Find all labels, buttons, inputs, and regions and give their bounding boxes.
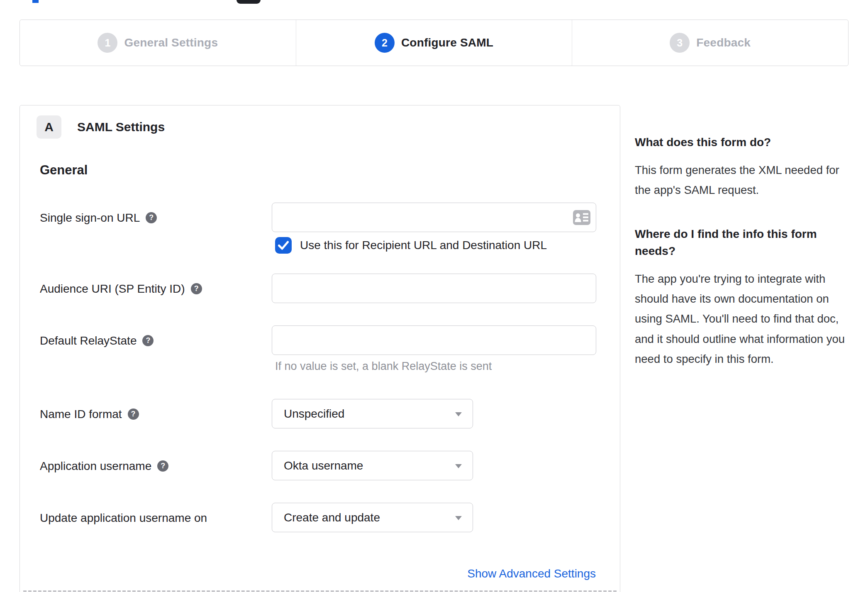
default-relaystate-label-group: Default RelayState ? bbox=[40, 325, 272, 348]
field-row-name-id-format: Name ID format ? Unspecified bbox=[40, 399, 603, 428]
show-advanced-settings-link[interactable]: Show Advanced Settings bbox=[467, 567, 596, 580]
relaystate-hint-text: If no value is set, a blank RelayState i… bbox=[275, 360, 603, 373]
audience-uri-label-group: Audience URI (SP Entity ID) ? bbox=[40, 274, 272, 296]
field-row-sso-url: Single sign-on URL ? bbox=[40, 203, 603, 232]
contact-card-icon bbox=[573, 210, 590, 225]
panel-header: A SAML Settings bbox=[37, 115, 603, 139]
sso-url-help-icon[interactable]: ? bbox=[146, 212, 157, 223]
dashed-section-separator bbox=[23, 590, 617, 592]
step-3-label: Feedback bbox=[696, 36, 751, 49]
default-relaystate-label: Default RelayState bbox=[40, 334, 137, 348]
sso-url-label: Single sign-on URL bbox=[40, 211, 140, 225]
update-app-username-select[interactable]: Create and update bbox=[272, 503, 473, 532]
sso-url-label-group: Single sign-on URL ? bbox=[40, 203, 272, 225]
cutoff-logo-fragment bbox=[32, 0, 39, 3]
step-1-number-badge: 1 bbox=[98, 33, 117, 53]
name-id-format-select[interactable]: Unspecified bbox=[272, 399, 473, 428]
audience-uri-help-icon[interactable]: ? bbox=[191, 283, 202, 294]
sso-url-input[interactable] bbox=[272, 203, 596, 232]
update-app-username-label-group: Update application username on bbox=[40, 503, 272, 525]
field-row-audience-uri: Audience URI (SP Entity ID) ? bbox=[40, 274, 603, 303]
name-id-format-label-group: Name ID format ? bbox=[40, 399, 272, 421]
section-a-badge: A bbox=[37, 115, 61, 139]
field-row-update-app-username: Update application username on Create an… bbox=[40, 503, 603, 532]
step-1-label: General Settings bbox=[124, 36, 218, 49]
general-section-title: General bbox=[40, 163, 603, 178]
update-app-username-value: Create and update bbox=[284, 511, 380, 524]
sso-recipient-checkbox[interactable] bbox=[275, 237, 292, 254]
name-id-format-value: Unspecified bbox=[284, 407, 344, 421]
saml-settings-panel: A SAML Settings General Single sign-on U… bbox=[20, 105, 620, 592]
step-3-number-badge: 3 bbox=[670, 33, 690, 53]
application-username-value: Okta username bbox=[284, 459, 363, 472]
caret-down-icon bbox=[455, 516, 462, 520]
step-configure-saml[interactable]: 2 Configure SAML bbox=[296, 20, 572, 66]
step-general-settings[interactable]: 1 General Settings bbox=[20, 20, 296, 66]
help-heading-what: What does this form do? bbox=[635, 134, 851, 151]
help-body-where: The app you're trying to integrate with … bbox=[635, 269, 851, 369]
audience-uri-label: Audience URI (SP Entity ID) bbox=[40, 282, 185, 296]
name-id-format-help-icon[interactable]: ? bbox=[128, 409, 139, 420]
field-row-default-relaystate: Default RelayState ? bbox=[40, 325, 603, 355]
audience-uri-input[interactable] bbox=[272, 274, 596, 303]
help-heading-where: Where do I find the info this form needs… bbox=[635, 226, 851, 259]
application-username-help-icon[interactable]: ? bbox=[157, 460, 168, 472]
sso-recipient-checkbox-row: Use this for Recipient URL and Destinati… bbox=[275, 237, 603, 254]
name-id-format-label: Name ID format bbox=[40, 407, 122, 421]
check-icon bbox=[278, 241, 289, 250]
step-feedback[interactable]: 3 Feedback bbox=[572, 20, 848, 66]
help-body-what: This form generates the XML needed for t… bbox=[635, 160, 851, 201]
update-app-username-label: Update application username on bbox=[40, 511, 207, 525]
field-row-application-username: Application username ? Okta username bbox=[40, 451, 603, 480]
caret-down-icon bbox=[455, 464, 462, 468]
advanced-settings-row: Show Advanced Settings bbox=[37, 567, 603, 580]
default-relaystate-help-icon[interactable]: ? bbox=[142, 335, 154, 346]
application-username-select[interactable]: Okta username bbox=[272, 451, 473, 480]
panel-title: SAML Settings bbox=[77, 120, 165, 134]
default-relaystate-input[interactable] bbox=[272, 325, 596, 355]
application-username-label: Application username bbox=[40, 459, 151, 473]
step-2-label: Configure SAML bbox=[401, 36, 493, 49]
step-2-number-badge: 2 bbox=[375, 33, 395, 53]
cutoff-header-fragment bbox=[237, 0, 261, 4]
help-sidebar: What does this form do? This form genera… bbox=[635, 105, 851, 369]
wizard-stepper: 1 General Settings 2 Configure SAML 3 Fe… bbox=[20, 20, 848, 66]
caret-down-icon bbox=[455, 412, 462, 416]
application-username-label-group: Application username ? bbox=[40, 451, 272, 473]
help-section-what: What does this form do? This form genera… bbox=[635, 134, 851, 200]
sso-recipient-checkbox-label[interactable]: Use this for Recipient URL and Destinati… bbox=[300, 239, 547, 252]
help-section-where: Where do I find the info this form needs… bbox=[635, 226, 851, 369]
